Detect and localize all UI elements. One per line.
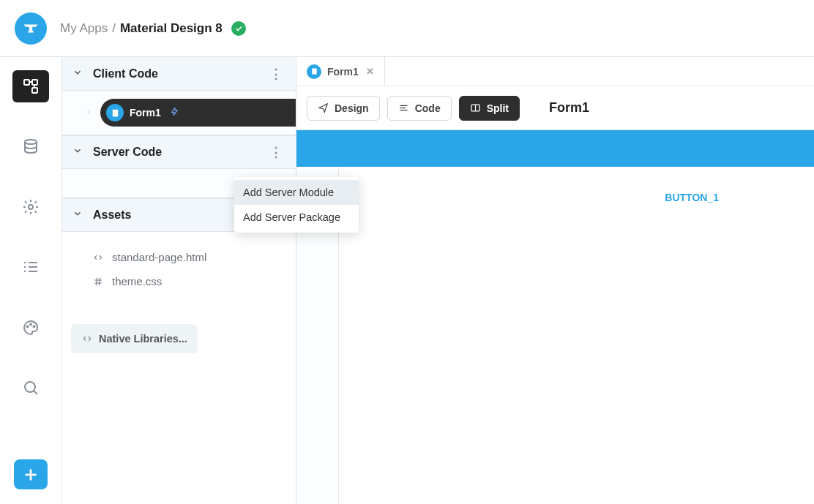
server-code-context-menu: Add Server Module Add Server Package <box>234 177 359 233</box>
hash-icon <box>92 276 105 287</box>
nav-app-structure[interactable] <box>12 70 49 102</box>
section-label: Assets <box>93 208 131 222</box>
nav-settings[interactable] <box>12 191 49 223</box>
editor-toolbar: Design Code Split Form1 <box>296 86 814 130</box>
chevron-down-icon <box>72 146 86 159</box>
svg-rect-25 <box>312 68 316 74</box>
svg-point-11 <box>27 326 29 327</box>
form-row[interactable]: Form1 <box>62 98 296 127</box>
code-icon <box>92 252 105 263</box>
menu-item-add-server-module[interactable]: Add Server Module <box>234 180 359 205</box>
section-label: Client Code <box>93 67 158 80</box>
canvas-button-1[interactable]: BUTTON_1 <box>665 192 719 203</box>
nav-theme[interactable] <box>12 311 49 343</box>
nav-search[interactable] <box>12 372 49 404</box>
plus-icon <box>21 465 40 484</box>
lines-icon <box>398 102 409 113</box>
svg-point-5 <box>24 262 26 263</box>
form1-pill[interactable]: Form1 <box>100 99 296 127</box>
tab-label: Form1 <box>327 66 359 78</box>
design-canvas: BUTTON_1 <box>296 130 814 504</box>
svg-rect-0 <box>24 80 29 85</box>
svg-point-6 <box>24 266 26 268</box>
asset-item[interactable]: standard-page.html <box>62 245 296 269</box>
close-icon[interactable]: ✕ <box>366 66 374 77</box>
svg-point-12 <box>30 323 31 325</box>
breadcrumb-separator: / <box>112 21 116 36</box>
cursor-icon <box>318 102 329 113</box>
form-icon <box>307 64 321 79</box>
check-icon <box>234 24 243 33</box>
native-libraries-label: Native Libraries... <box>99 333 187 345</box>
chevron-down-icon <box>72 67 86 80</box>
canvas-surface[interactable]: BUTTON_1 <box>339 167 814 504</box>
svg-point-14 <box>25 382 35 392</box>
native-libraries-button[interactable]: Native Libraries... <box>71 324 198 353</box>
svg-rect-2 <box>32 88 37 93</box>
btn-label: Code <box>415 102 441 114</box>
view-split-button[interactable]: Split <box>459 96 520 121</box>
svg-point-3 <box>25 140 37 144</box>
breadcrumb-current[interactable]: Material Design 8 <box>120 21 223 36</box>
breadcrumb: My Apps / Material Design 8 <box>60 21 246 36</box>
anvil-logo[interactable] <box>15 12 47 45</box>
palette-icon <box>22 319 40 336</box>
code-icon <box>81 333 93 345</box>
add-button[interactable] <box>14 459 48 489</box>
nav-database[interactable] <box>12 130 49 162</box>
tab-form1[interactable]: Form1 ✕ <box>296 57 385 86</box>
split-icon <box>470 102 481 113</box>
svg-point-7 <box>24 271 26 272</box>
breadcrumb-root[interactable]: My Apps <box>60 21 108 36</box>
btn-label: Split <box>487 102 509 114</box>
svg-line-24 <box>99 277 100 285</box>
form-name: Form1 <box>130 107 161 119</box>
asset-item[interactable]: theme.css <box>62 269 296 293</box>
server-code-more[interactable] <box>266 143 285 162</box>
asset-name: standard-page.html <box>112 251 206 263</box>
form-icon <box>106 104 124 121</box>
anvil-icon <box>21 19 40 38</box>
svg-point-13 <box>34 326 35 327</box>
search-icon <box>22 379 40 396</box>
explorer-panel: Client Code Form1 Server Code Assets <box>62 57 296 504</box>
sync-ok-badge <box>231 21 246 36</box>
caret-right-icon <box>84 107 94 119</box>
chevron-down-icon <box>72 208 86 222</box>
svg-line-15 <box>34 391 38 394</box>
svg-point-4 <box>29 205 33 209</box>
gear-icon <box>22 198 40 216</box>
btn-label: Design <box>335 102 369 114</box>
svg-rect-1 <box>32 80 37 85</box>
section-client-code[interactable]: Client Code <box>62 57 296 91</box>
editor-tabbar: Form1 ✕ <box>296 57 814 86</box>
view-code-button[interactable]: Code <box>387 96 452 121</box>
section-server-code[interactable]: Server Code <box>62 135 296 169</box>
list-icon <box>22 258 40 276</box>
menu-item-add-server-package[interactable]: Add Server Package <box>234 205 359 230</box>
asset-name: theme.css <box>112 275 162 287</box>
view-design-button[interactable]: Design <box>307 96 380 121</box>
client-code-more[interactable] <box>266 64 285 83</box>
left-iconbar <box>0 57 62 504</box>
svg-line-23 <box>96 277 97 285</box>
canvas-appbar[interactable] <box>296 130 814 167</box>
form-title: Form1 <box>549 100 589 116</box>
nav-list[interactable] <box>12 251 49 283</box>
database-icon <box>22 138 40 156</box>
app-header: My Apps / Material Design 8 <box>0 0 814 57</box>
section-label: Server Code <box>93 146 162 159</box>
editor-area: Form1 ✕ Design Code Split Form1 <box>296 57 814 504</box>
bolt-icon <box>170 107 179 119</box>
tree-icon <box>22 78 40 95</box>
